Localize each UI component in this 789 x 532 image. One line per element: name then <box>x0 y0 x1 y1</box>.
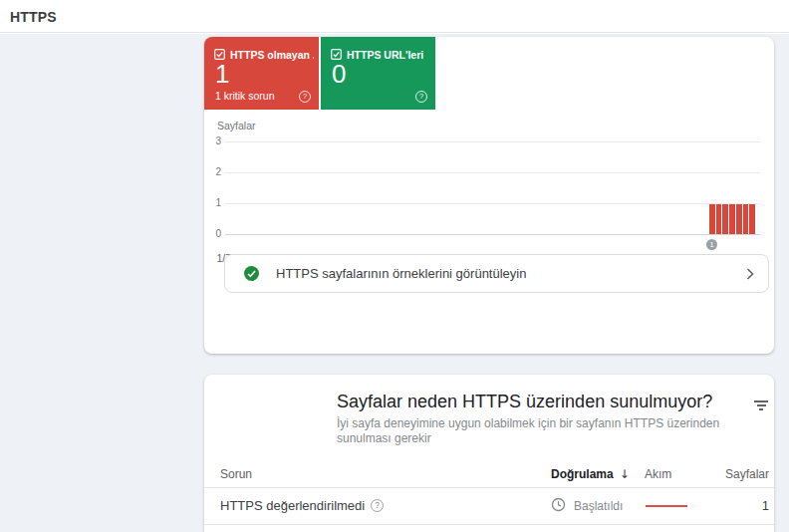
tile-label: HTTPS URL'leri <box>347 49 423 61</box>
examples-row-label: HTTPS sayfalarının örneklerini görüntüle… <box>276 266 746 281</box>
bar[interactable] <box>729 204 735 234</box>
bar[interactable] <box>743 204 749 234</box>
issue-name: HTTPS değerlendirilmedi <box>220 498 365 513</box>
column-header-trend[interactable]: Akım <box>645 467 671 481</box>
help-icon[interactable]: ? <box>371 499 384 512</box>
green-check-icon <box>244 266 259 281</box>
content-background: HTTPS olmayan ... 1 1 kritik sorun ? HTT… <box>0 34 789 532</box>
bar[interactable] <box>709 204 715 234</box>
tile-value: 1 <box>215 59 229 90</box>
help-icon[interactable]: ? <box>415 91 427 103</box>
column-header-issue[interactable]: Sorun <box>220 467 252 481</box>
y-tick-label: 3 <box>204 135 221 146</box>
issues-title: Sayfalar neden HTTPS üzerinden sunulmuyo… <box>337 392 712 412</box>
sort-descending-icon: ↓ <box>620 467 630 481</box>
y-axis-label: Sayfalar <box>217 120 256 132</box>
tile-value: 0 <box>332 59 346 90</box>
issues-subtitle: İyi sayfa deneyimine uygun olabilmek içi… <box>337 416 763 446</box>
column-header-validation[interactable]: Doğrulama↓ <box>551 467 630 481</box>
y-tick-label: 2 <box>204 166 221 177</box>
validation-status: Başlatıldı <box>574 499 623 513</box>
issues-card: Sayfalar neden HTTPS üzerinden sunulmuyo… <box>204 375 774 532</box>
page-title: HTTPS <box>10 9 57 25</box>
y-tick-label: 0 <box>204 228 221 239</box>
https-chart-card: HTTPS olmayan ... 1 1 kritik sorun ? HTT… <box>204 37 774 354</box>
page-header: HTTPS <box>0 0 789 33</box>
gridline <box>225 203 760 204</box>
view-https-examples-row[interactable]: HTTPS sayfalarının örneklerini görüntüle… <box>224 254 769 293</box>
column-header-pages[interactable]: Sayfalar <box>725 467 769 481</box>
tile-https-urls[interactable]: HTTPS URL'leri 0 ? <box>321 37 435 110</box>
gridline <box>225 234 760 235</box>
clock-pending-icon <box>551 497 566 515</box>
issue-row[interactable]: HTTPS değerlendirilmedi ? Başlatıldı 1 <box>204 488 774 525</box>
chevron-right-icon <box>746 268 754 280</box>
trend-sparkline <box>646 505 687 507</box>
y-tick-label: 1 <box>204 197 221 208</box>
issues-table-header: Sorun Doğrulama↓ Akım Sayfalar <box>204 463 774 488</box>
help-icon[interactable]: ? <box>299 91 311 103</box>
tile-non-https-pages[interactable]: HTTPS olmayan ... 1 1 kritik sorun ? <box>204 37 319 110</box>
bar-group <box>709 204 755 234</box>
filter-icon[interactable] <box>754 400 768 412</box>
gridline <box>225 172 760 173</box>
column-header-validation-label: Doğrulama <box>551 467 614 481</box>
bar[interactable] <box>749 204 755 234</box>
pages-count: 1 <box>762 498 769 513</box>
tile-subtext: 1 kritik sorun <box>215 90 275 102</box>
bar[interactable] <box>736 204 742 234</box>
bar[interactable] <box>716 204 722 234</box>
gridline <box>225 141 760 142</box>
bar-count-badge: 1 <box>706 239 717 250</box>
bar[interactable] <box>722 204 728 234</box>
tile-label: HTTPS olmayan ... <box>230 49 314 61</box>
